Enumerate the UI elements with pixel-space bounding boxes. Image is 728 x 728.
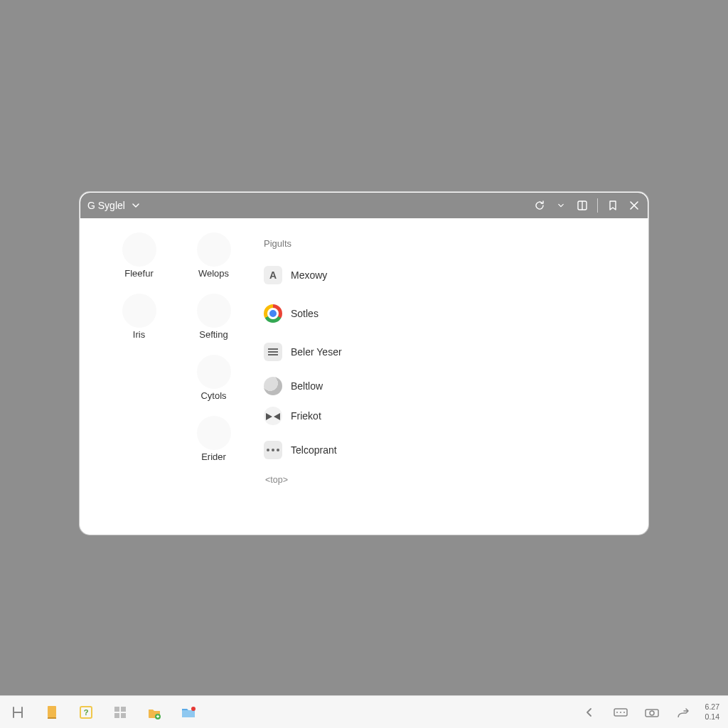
taskbar-download-button[interactable] bbox=[145, 703, 164, 722]
shortcut-grid: Fleefur Welops Iris Sefting Cytols bbox=[80, 218, 251, 534]
taskbar-camera-button[interactable] bbox=[643, 703, 661, 722]
chrome-icon bbox=[264, 304, 282, 323]
chevron-down-icon bbox=[132, 202, 139, 209]
help-page-icon: ? bbox=[78, 705, 94, 720]
panel-button[interactable] bbox=[576, 199, 589, 212]
footer-tag: <top> bbox=[265, 475, 641, 485]
letter-a-icon: A bbox=[264, 266, 282, 284]
list-item-label: Telcoprant bbox=[291, 444, 337, 456]
folder-download-icon bbox=[146, 705, 162, 720]
shortcut-label: Cytols bbox=[200, 390, 226, 401]
shortcut-empty-2[interactable] bbox=[102, 416, 176, 477]
shortcut-icon bbox=[122, 294, 156, 328]
window-title: G Syglel bbox=[87, 200, 125, 211]
svg-point-15 bbox=[620, 712, 621, 713]
taskbar-book-button[interactable] bbox=[43, 703, 61, 722]
svg-rect-8 bbox=[114, 713, 119, 718]
taskbar-keyboard-button[interactable] bbox=[611, 703, 630, 722]
bookmark-button[interactable] bbox=[606, 199, 619, 212]
svg-rect-3 bbox=[48, 717, 56, 719]
shortcut-icon bbox=[122, 355, 156, 389]
list-item-telcoprant[interactable]: Telcoprant bbox=[264, 431, 641, 469]
chevron-down-icon bbox=[558, 203, 564, 208]
titlebar-divider bbox=[597, 198, 598, 213]
refresh-icon bbox=[534, 200, 545, 211]
list-item-beler-yeser[interactable]: Beler Yeser bbox=[264, 333, 641, 371]
titlebar: G Syglel bbox=[80, 193, 648, 218]
bowtie-icon bbox=[264, 407, 282, 425]
shortcut-welops[interactable]: Welops bbox=[176, 232, 251, 294]
taskbar-left: ? bbox=[9, 703, 198, 722]
app-window: G Syglel bbox=[80, 192, 648, 535]
close-icon bbox=[629, 200, 639, 210]
svg-point-16 bbox=[623, 712, 625, 713]
shortcut-label: Iris bbox=[133, 329, 145, 340]
folder-icon bbox=[180, 705, 197, 720]
taskbar-folder-button[interactable] bbox=[179, 703, 198, 722]
list-item-sotles[interactable]: Sotles bbox=[264, 294, 641, 333]
shortcut-label: Erider bbox=[201, 451, 226, 462]
svg-point-18 bbox=[650, 711, 654, 715]
svg-point-14 bbox=[616, 712, 618, 713]
list-item-label: Sotles bbox=[291, 308, 318, 319]
svg-text:?: ? bbox=[84, 708, 89, 717]
taskbar-home-button[interactable] bbox=[9, 703, 27, 722]
list-item-label: Mexowy bbox=[291, 269, 327, 281]
shortcut-label: Sefting bbox=[199, 329, 228, 340]
bookmark-icon bbox=[608, 200, 618, 211]
keyboard-icon bbox=[614, 707, 628, 718]
list-item-label: Beler Yeser bbox=[291, 346, 342, 358]
taskbar-clock: 6.27 0.14 bbox=[705, 702, 719, 721]
ellipsis-icon bbox=[264, 441, 282, 459]
list-item-friekot[interactable]: Friekot bbox=[264, 401, 641, 431]
svg-rect-9 bbox=[121, 713, 126, 718]
taskbar-back-button[interactable] bbox=[580, 703, 599, 722]
taskbar-right: 6.27 0.14 bbox=[580, 702, 719, 721]
section-heading: Pigults bbox=[264, 238, 641, 249]
refresh-button[interactable] bbox=[533, 199, 546, 212]
refresh-menu-button[interactable] bbox=[555, 199, 567, 212]
shortcut-icon bbox=[197, 294, 231, 328]
camera-icon bbox=[645, 707, 659, 718]
title-dropdown-button[interactable] bbox=[129, 199, 142, 212]
shortcut-icon bbox=[122, 416, 156, 450]
titlebar-left: G Syglel bbox=[87, 199, 142, 212]
list-item-label: Beltlow bbox=[291, 380, 323, 392]
shortcut-empty[interactable] bbox=[102, 355, 176, 416]
panel-icon bbox=[577, 200, 588, 211]
svg-rect-6 bbox=[114, 707, 119, 712]
chevron-left-icon bbox=[584, 707, 595, 718]
taskbar-grid-button[interactable] bbox=[111, 703, 129, 722]
shortcut-iris[interactable]: Iris bbox=[102, 294, 176, 355]
svg-point-12 bbox=[191, 707, 196, 711]
forward-arrow-icon bbox=[677, 707, 690, 717]
shortcut-fleefur[interactable]: Fleefur bbox=[102, 232, 176, 294]
svg-rect-7 bbox=[121, 707, 126, 712]
window-body: Fleefur Welops Iris Sefting Cytols bbox=[80, 218, 648, 534]
shortcut-sefting[interactable]: Sefting bbox=[176, 294, 251, 355]
results-pane: Pigults A Mexowy Sotles Beler Yeser Belt… bbox=[251, 218, 648, 534]
letter-h-icon bbox=[11, 705, 25, 719]
grid-icon bbox=[112, 705, 128, 720]
document-icon bbox=[264, 343, 282, 361]
taskbar-forward-button[interactable] bbox=[674, 703, 692, 722]
shortcut-cytols[interactable]: Cytols bbox=[176, 355, 251, 416]
svg-rect-2 bbox=[48, 706, 56, 717]
globe-icon bbox=[264, 377, 282, 395]
close-button[interactable] bbox=[628, 199, 641, 212]
shortcut-label: Fleefur bbox=[124, 268, 153, 279]
taskbar: ? 6.27 0.14 bbox=[0, 695, 728, 728]
shortcut-icon bbox=[197, 355, 231, 389]
shortcut-erider[interactable]: Erider bbox=[176, 416, 251, 477]
shortcut-label: Welops bbox=[198, 268, 229, 279]
shortcut-icon bbox=[122, 232, 156, 267]
clock-line-1: 6.27 bbox=[705, 702, 719, 712]
shortcut-icon bbox=[197, 416, 231, 450]
svg-rect-11 bbox=[182, 710, 195, 717]
list-item-mexowy[interactable]: A Mexowy bbox=[264, 256, 641, 294]
clock-line-2: 0.14 bbox=[705, 712, 719, 722]
book-icon bbox=[45, 705, 59, 720]
list-item-beltlow[interactable]: Beltlow bbox=[264, 371, 641, 401]
taskbar-help-button[interactable]: ? bbox=[77, 703, 95, 722]
shortcut-icon bbox=[197, 232, 231, 267]
